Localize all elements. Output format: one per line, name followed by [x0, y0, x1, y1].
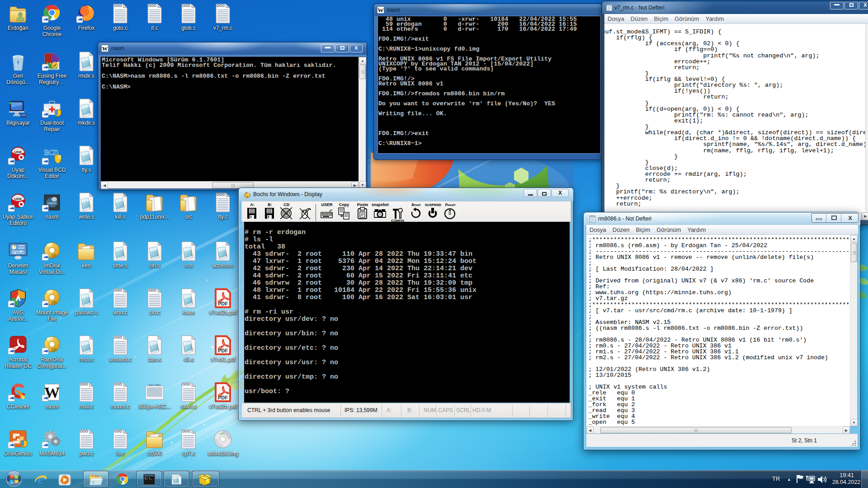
svg-text:e: e — [38, 472, 43, 486]
svg-text:UDE: UDE — [14, 150, 23, 154]
svg-text:ASCII TABLE: ASCII TABLE — [149, 384, 161, 386]
svg-text:nasm: nasm — [47, 201, 57, 205]
svg-text:UDE: UDE — [14, 197, 23, 201]
svg-text:C:\_: C:\_ — [145, 477, 153, 480]
